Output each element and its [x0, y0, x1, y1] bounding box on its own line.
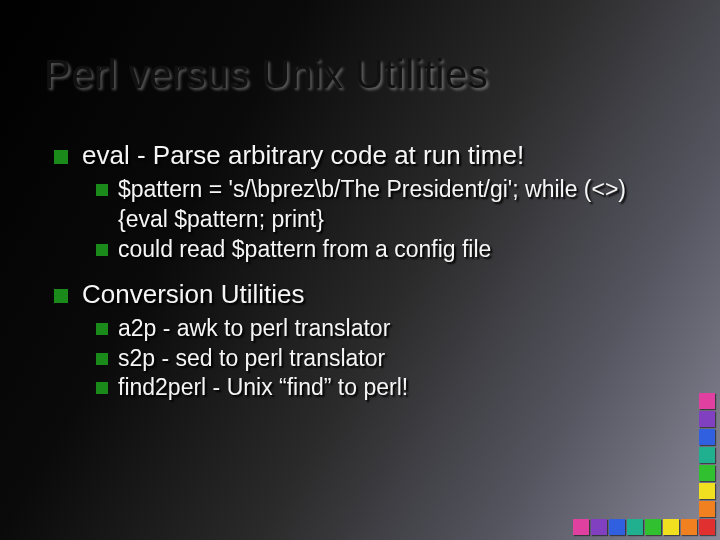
- list-subitem: $pattern = 's/\bprez\b/The President/gi'…: [96, 175, 680, 235]
- list-item: eval - Parse arbitrary code at run time!: [54, 140, 680, 171]
- color-square-icon: [699, 429, 715, 445]
- color-square-icon: [699, 501, 715, 517]
- square-bullet-icon: [96, 244, 108, 256]
- list-subitem-text: could read $pattern from a config file: [118, 235, 680, 265]
- color-square-icon: [699, 393, 715, 409]
- list-item-text: Conversion Utilities: [82, 279, 305, 310]
- square-bullet-icon: [96, 382, 108, 394]
- color-square-icon: [663, 519, 679, 535]
- color-square-icon: [645, 519, 661, 535]
- list-subitem-text: $pattern = 's/\bprez\b/The President/gi'…: [118, 175, 680, 235]
- list-subitem: s2p - sed to perl translator: [96, 344, 680, 374]
- color-square-icon: [699, 411, 715, 427]
- slide: Perl versus Unix Utilities eval - Parse …: [0, 0, 720, 540]
- decoration-row: [572, 518, 716, 536]
- square-bullet-icon: [54, 150, 68, 164]
- color-square-icon: [699, 465, 715, 481]
- list-subitem-text: a2p - awk to perl translator: [118, 314, 680, 344]
- list-subitem-text: s2p - sed to perl translator: [118, 344, 680, 374]
- list-subitem-text: find2perl - Unix “find” to perl!: [118, 373, 680, 403]
- color-square-icon: [609, 519, 625, 535]
- color-square-icon: [627, 519, 643, 535]
- color-square-icon: [591, 519, 607, 535]
- list-item: Conversion Utilities: [54, 279, 680, 310]
- color-square-icon: [699, 483, 715, 499]
- decoration-column: [698, 392, 716, 518]
- square-bullet-icon: [96, 184, 108, 196]
- color-square-icon: [681, 519, 697, 535]
- list-item-text: eval - Parse arbitrary code at run time!: [82, 140, 524, 171]
- list-subitem: could read $pattern from a config file: [96, 235, 680, 265]
- slide-body: eval - Parse arbitrary code at run time!…: [54, 140, 680, 403]
- square-bullet-icon: [96, 323, 108, 335]
- color-square-icon: [699, 447, 715, 463]
- color-square-icon: [699, 519, 715, 535]
- list-subitem: a2p - awk to perl translator: [96, 314, 680, 344]
- square-bullet-icon: [96, 353, 108, 365]
- list-subitem: find2perl - Unix “find” to perl!: [96, 373, 680, 403]
- square-bullet-icon: [54, 289, 68, 303]
- slide-title: Perl versus Unix Utilities: [44, 52, 488, 97]
- color-square-icon: [573, 519, 589, 535]
